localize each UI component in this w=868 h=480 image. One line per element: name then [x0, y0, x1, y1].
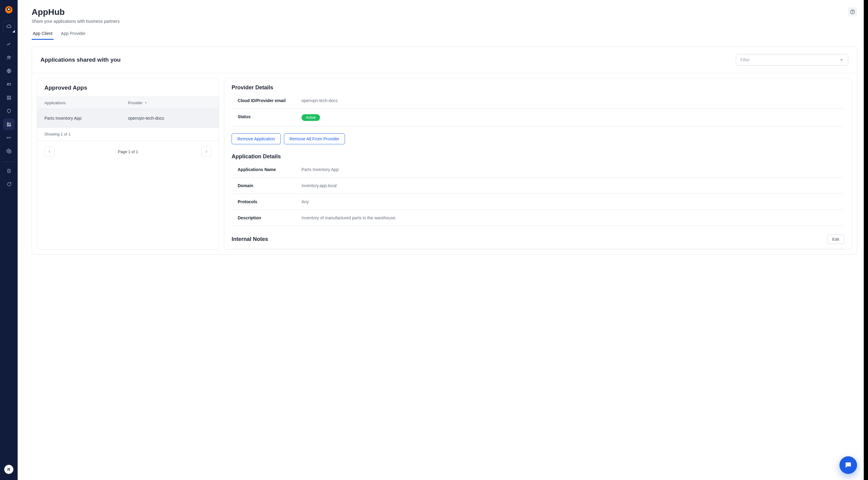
internal-notes-title: Internal Notes: [231, 236, 268, 243]
chart-line-icon: [6, 42, 11, 47]
remove-all-from-provider-button[interactable]: Remove All From Provider: [284, 133, 345, 144]
app-name-label: Applications Name: [231, 167, 302, 172]
gear-icon: [6, 149, 11, 154]
right-edge-bar: [864, 0, 868, 480]
sidebar-item-hosts[interactable]: [3, 78, 14, 90]
status-label: Status: [231, 114, 302, 121]
notes-divider: [231, 249, 844, 249]
grid-plus-icon: [6, 122, 11, 127]
avatar-letter: R: [7, 467, 10, 472]
provider-details-title: Provider Details: [231, 85, 844, 91]
pagination: Page 1 of 1: [37, 141, 219, 162]
api-icon: API: [7, 136, 11, 139]
chevron-down-icon: [839, 58, 844, 62]
protocols-label: Protocols: [231, 199, 302, 204]
col-provider-label: Provider: [128, 101, 143, 105]
svg-rect-6: [9, 96, 10, 97]
grid-icon: [6, 95, 11, 100]
help-icon: [850, 9, 855, 14]
sidebar-item-docs[interactable]: [3, 165, 14, 177]
app-name-value: Parts Inventory App: [302, 167, 844, 172]
sidebar-item-apphub[interactable]: [3, 119, 14, 130]
applications-panel: Applications shared with you Filter Appr…: [32, 46, 857, 255]
globe-icon: [6, 68, 11, 73]
col-applications[interactable]: Applications: [44, 101, 128, 105]
page-subtitle: Share your applications with business pa…: [32, 19, 120, 24]
edit-notes-button[interactable]: Edit: [827, 234, 844, 244]
svg-point-0: [7, 56, 9, 57]
svg-point-1: [9, 56, 11, 57]
sidebar-item-shield[interactable]: [3, 105, 14, 117]
avatar[interactable]: R: [4, 465, 13, 474]
approved-apps-title: Approved Apps: [37, 78, 219, 97]
arrow-left-icon: [48, 150, 52, 154]
page-title: AppHub: [32, 7, 120, 17]
shield-icon: [6, 108, 11, 114]
users-icon: [6, 55, 11, 60]
svg-rect-8: [9, 98, 10, 99]
application-details-title: Application Details: [231, 153, 844, 160]
description-value: Inventory of manufactured parts in the w…: [302, 215, 844, 220]
details-card: Provider Details Cloud ID/Provider email…: [224, 78, 852, 249]
page-indicator: Page 1 of 1: [118, 150, 138, 154]
description-label: Description: [231, 215, 302, 220]
tab-app-provider[interactable]: App Provider: [60, 29, 87, 39]
filter-select[interactable]: Filter: [736, 54, 848, 66]
sidebar-item-support[interactable]: [3, 178, 14, 190]
arrow-right-icon: [204, 150, 209, 154]
sidebar-item-cloud[interactable]: [3, 21, 14, 32]
cloud-id-value: openvpn-tech-docs: [302, 98, 844, 103]
tab-app-client[interactable]: App Client: [32, 29, 54, 39]
chat-icon: [6, 182, 11, 187]
sidebar: API R: [0, 0, 18, 480]
sidebar-item-applications[interactable]: [3, 92, 14, 103]
page-next-button[interactable]: [201, 147, 212, 157]
cell-app-name: Parts Inventory App: [44, 116, 128, 121]
document-icon: [6, 168, 11, 173]
server-icon: [6, 82, 11, 87]
table-header: Applications Provider: [37, 97, 219, 109]
cloud-id-label: Cloud ID/Provider email: [231, 98, 302, 103]
svg-rect-10: [7, 125, 8, 126]
cell-provider: openvpn-tech-docs: [128, 116, 212, 121]
sidebar-item-networks[interactable]: [3, 65, 14, 76]
protocols-value: Any: [302, 199, 844, 204]
chat-bubble-icon: [844, 461, 852, 469]
logo-icon: [5, 6, 12, 13]
svg-rect-5: [7, 96, 8, 97]
section-title: Applications shared with you: [40, 57, 121, 63]
filter-placeholder: Filter: [740, 57, 750, 62]
cloud-icon: [6, 24, 11, 29]
main-content: AppHub Share your applications with busi…: [18, 0, 868, 480]
help-button[interactable]: [848, 7, 857, 17]
table-row[interactable]: Parts Inventory App openvpn-tech-docs: [37, 109, 219, 128]
arrow-up-icon: [144, 101, 147, 104]
sidebar-divider: [2, 162, 15, 162]
svg-point-15: [852, 13, 853, 13]
chat-fab[interactable]: [839, 456, 857, 474]
approved-apps-card: Approved Apps Applications Provider Part…: [37, 78, 219, 249]
sidebar-item-api[interactable]: API: [3, 132, 14, 143]
col-provider[interactable]: Provider: [128, 101, 212, 105]
svg-rect-9: [7, 122, 8, 124]
remove-application-button[interactable]: Remove Application: [231, 133, 281, 144]
sidebar-item-users[interactable]: [3, 52, 14, 63]
tabs: App Client App Provider: [32, 29, 857, 40]
domain-label: Domain: [231, 183, 302, 188]
sidebar-item-status[interactable]: [3, 38, 14, 50]
sidebar-item-settings[interactable]: [3, 145, 14, 157]
page-prev-button[interactable]: [44, 147, 55, 157]
svg-point-12: [8, 150, 9, 152]
status-badge: Active: [302, 114, 320, 121]
table-showing: Showing 1 of 1: [37, 128, 219, 141]
domain-value: inventory.app.local: [302, 183, 844, 188]
svg-rect-11: [9, 125, 10, 126]
svg-rect-7: [7, 98, 8, 99]
